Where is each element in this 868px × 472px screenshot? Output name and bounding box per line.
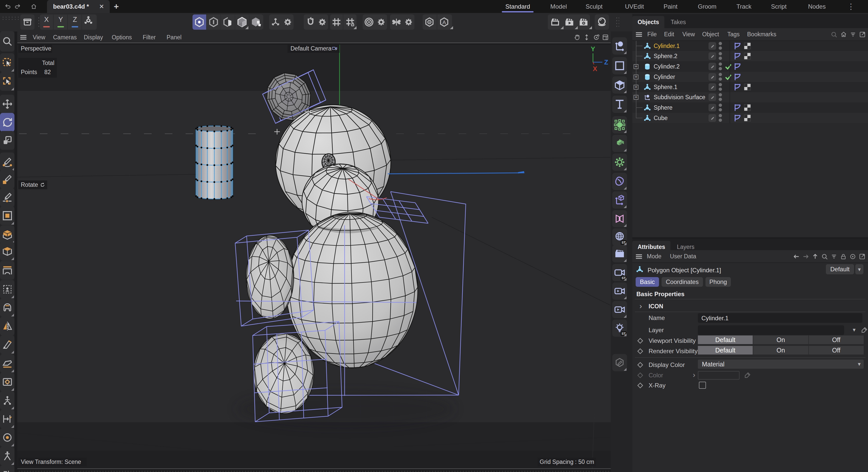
svg-text:Y: Y xyxy=(591,45,595,53)
svg-text:Z: Z xyxy=(604,58,608,66)
svg-text:A: A xyxy=(442,19,446,25)
svg-text:X: X xyxy=(593,65,597,73)
